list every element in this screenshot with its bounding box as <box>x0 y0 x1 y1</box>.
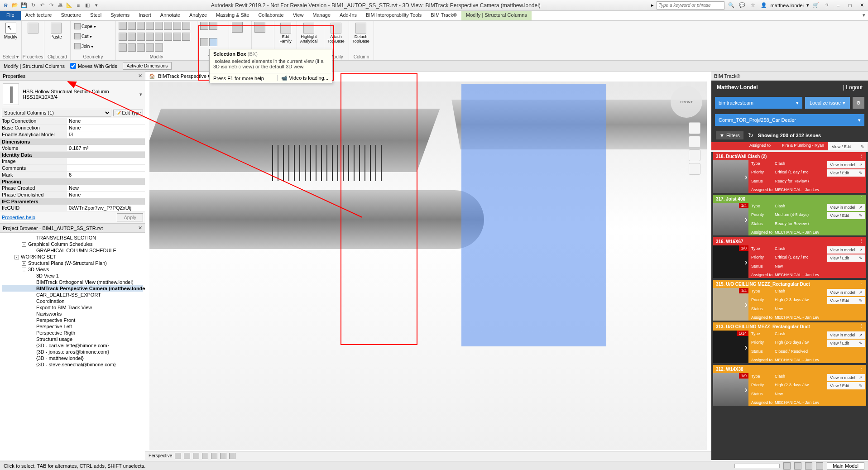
modify-tool-icon[interactable] <box>155 43 163 52</box>
3d-viewport[interactable]: FRONT <box>149 82 707 450</box>
help-icon[interactable]: ? <box>823 1 831 10</box>
view-in-model-button[interactable]: View in model↗ <box>827 204 865 211</box>
modify-tool-icon[interactable] <box>146 22 154 30</box>
status-icon[interactable] <box>783 462 791 470</box>
tab-view[interactable]: View <box>288 11 308 20</box>
nav-orbit-icon[interactable] <box>689 163 700 175</box>
properties-close-icon[interactable]: ✕ <box>138 73 142 79</box>
modify-tool-icon[interactable] <box>119 43 127 52</box>
view-crop-icon[interactable] <box>211 453 217 459</box>
chevron-right-icon[interactable]: › <box>744 214 748 225</box>
category-selector[interactable]: Structural Columns (1) <box>2 109 111 117</box>
tab-modify-structural-columns[interactable]: Modify | Structural Columns <box>461 11 532 20</box>
file-tab[interactable]: File <box>0 11 21 20</box>
selected-column[interactable] <box>461 84 606 346</box>
tree-item[interactable]: Export to BIM Track View <box>2 304 143 311</box>
paste-button[interactable]: Paste <box>47 22 65 40</box>
tab-bim-track[interactable]: BIM Track® <box>426 11 461 20</box>
property-row[interactable]: Top ConnectionNone <box>0 118 145 125</box>
modify-tool-icon[interactable] <box>146 43 154 52</box>
thin-lines-icon[interactable]: ≡ <box>74 1 82 10</box>
tree-toggle-icon[interactable]: - <box>14 255 19 259</box>
properties-big-button[interactable] <box>24 22 41 35</box>
issue-menu-icon[interactable]: ⋮ <box>859 323 863 328</box>
tree-item[interactable]: -WORKING SET <box>2 254 143 260</box>
property-row[interactable]: Phase DemolishedNone <box>0 192 145 198</box>
view-sun-icon[interactable] <box>193 453 199 459</box>
view-in-model-button[interactable]: View in model↗ <box>827 374 865 381</box>
join-button[interactable]: Join ▾ <box>73 42 101 51</box>
view-tool-icon[interactable] <box>200 22 208 30</box>
bim-logout-link[interactable]: Logout <box>846 84 863 91</box>
view-detail-icon[interactable] <box>175 453 181 459</box>
property-value[interactable]: 0.167 m³ <box>67 145 145 151</box>
switch-windows-icon[interactable]: ▾ <box>92 1 101 10</box>
tree-item[interactable]: Perspective Front <box>2 317 143 323</box>
modify-tool-icon[interactable] <box>119 33 127 41</box>
tab-collaborate[interactable]: Collaborate <box>254 11 288 20</box>
view-edit-button[interactable]: View / Edit✎ <box>827 169 865 177</box>
modify-tool-icon[interactable] <box>173 33 181 41</box>
tree-item[interactable]: Perspective Left <box>2 323 143 330</box>
ribbon-collapse-icon[interactable]: ▾ <box>860 11 868 19</box>
modify-tool-icon[interactable] <box>155 33 163 41</box>
issue-thumbnail[interactable]: › <box>713 160 748 193</box>
status-icon[interactable] <box>816 462 823 470</box>
tree-item[interactable]: +Structural Plans (W-Structural Plan) <box>2 260 143 266</box>
modify-tool-icon[interactable] <box>173 22 181 30</box>
property-row[interactable]: Volume0.167 m³ <box>0 145 145 152</box>
modify-tool-icon[interactable] <box>128 43 136 52</box>
property-value[interactable] <box>67 158 145 164</box>
tree-item[interactable]: -3D Views <box>2 266 143 273</box>
chevron-right-icon[interactable]: › <box>744 299 748 310</box>
property-row[interactable]: Comments <box>0 165 145 172</box>
modify-tool-icon[interactable] <box>146 33 154 41</box>
nav-pan-icon[interactable] <box>689 136 700 148</box>
tab-annotate[interactable]: Annotate <box>156 11 185 20</box>
tab-addins[interactable]: Add-Ins <box>335 11 361 20</box>
user-icon[interactable]: 👤 <box>760 1 768 10</box>
info-center-arrow[interactable]: ▸ <box>651 2 654 8</box>
property-value[interactable]: None <box>67 125 145 131</box>
view-in-model-button[interactable]: View in model↗ <box>827 289 865 296</box>
view-hide-icon[interactable] <box>220 453 226 459</box>
issue-body[interactable]: TypeClash PriorityCritical (1 day / mc S… <box>748 245 826 278</box>
property-row[interactable]: Enable Analytical Model☑ <box>0 131 145 139</box>
close-hidden-icon[interactable]: ◧ <box>83 1 91 10</box>
bim-project-dropdown[interactable]: Comm_TOR_Proj#258_Car Dealer▾ <box>715 114 864 126</box>
cut-button[interactable]: Cut ▾ <box>73 32 101 41</box>
redo-icon[interactable]: ↷ <box>47 1 55 10</box>
user-dropdown[interactable]: ▾ <box>806 2 809 8</box>
tree-item[interactable]: {3D - steve.senechal@bimone.com} <box>2 361 143 368</box>
tab-structure[interactable]: Structure <box>56 11 86 20</box>
activate-dimensions-button[interactable]: Activate Dimensions <box>123 62 172 70</box>
project-browser-close-icon[interactable]: ✕ <box>138 225 142 231</box>
tree-item[interactable]: BIMTrack Perspective Camera (matthew.lon… <box>2 285 143 292</box>
tab-analyze[interactable]: Analyze <box>185 11 211 20</box>
view-style-icon[interactable] <box>184 453 190 459</box>
modify-tool-icon[interactable] <box>128 22 136 30</box>
view-cube[interactable]: FRONT <box>671 86 702 118</box>
bim-settings-icon[interactable]: ⚙ <box>853 97 864 109</box>
property-value[interactable]: 6 <box>67 172 145 178</box>
tree-item[interactable]: BIMTrack Orthogonal View (matthew.londei… <box>2 279 143 285</box>
attach-button[interactable]: Attach Top/Base <box>327 22 345 44</box>
status-icon[interactable] <box>805 462 812 470</box>
bim-filters-button[interactable]: ▼ Filters <box>716 131 743 139</box>
modify-tool-icon[interactable] <box>137 33 145 41</box>
modify-tool-icon[interactable] <box>137 22 145 30</box>
view-edit-button[interactable]: View / Edit✎ <box>827 212 865 219</box>
modify-button[interactable]: ↖Modify <box>3 22 19 40</box>
create-tool-icon[interactable] <box>254 22 265 33</box>
issue-thumbnail[interactable]: 1/4› <box>713 203 748 235</box>
property-value[interactable]: None <box>67 118 145 124</box>
type-selector[interactable]: HSS-Hollow Structural Section-Column HSS… <box>23 89 136 100</box>
tree-toggle-icon[interactable]: - <box>22 268 26 272</box>
issue-menu-icon[interactable]: ⋮ <box>859 281 863 286</box>
print-icon[interactable]: 🖶 <box>56 1 64 10</box>
nav-wheel-icon[interactable] <box>689 122 700 134</box>
cope-button[interactable]: Cope ▾ <box>73 22 101 31</box>
issue-thumbnail[interactable]: 1/14› <box>713 331 748 363</box>
issue-body[interactable]: TypeClash PriorityMedium (4-5 days) Stat… <box>748 203 826 235</box>
property-row[interactable]: Image <box>0 158 145 165</box>
